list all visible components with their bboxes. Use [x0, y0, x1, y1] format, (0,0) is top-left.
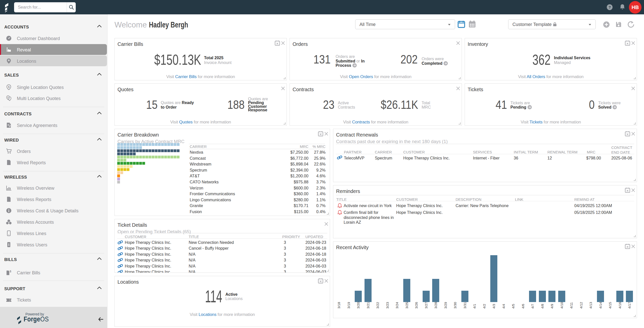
- svg-text:$: $: [7, 96, 9, 99]
- svg-text:?: ?: [609, 5, 611, 9]
- svg-text:$: $: [10, 270, 11, 273]
- svg-text:$: $: [8, 85, 10, 88]
